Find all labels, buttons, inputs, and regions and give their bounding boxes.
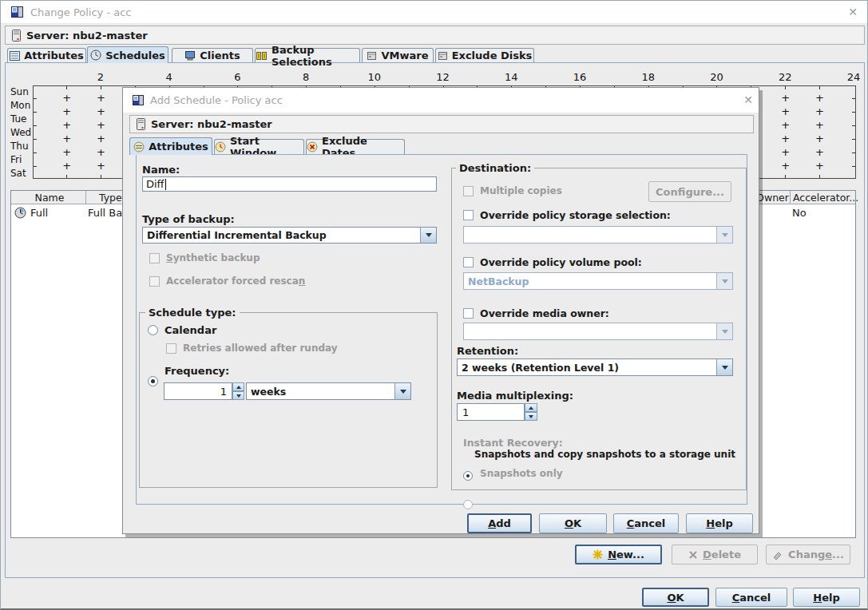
server-bar: Server: nbu2-master — [5, 26, 865, 45]
netbackup-window-icon — [11, 6, 23, 18]
server-icon — [12, 30, 21, 42]
override-owner-combobox[interactable] — [463, 323, 733, 340]
frequency-unit-combobox[interactable]: weeks — [246, 382, 411, 400]
spin-up-icon[interactable] — [232, 382, 244, 391]
tab-label: Exclude Disks — [452, 50, 533, 61]
window-close-icon[interactable]: ✕ — [844, 6, 862, 18]
override-storage-label[interactable]: Override policy storage selection: — [480, 209, 671, 221]
column-divider — [85, 191, 86, 204]
type-of-backup-value[interactable]: Differential Incremental Backup — [143, 228, 420, 243]
snapshots-and-copy-radio[interactable] — [463, 471, 473, 481]
row-accelerator: No — [792, 207, 807, 219]
delete-button-label: Delete — [703, 549, 741, 560]
frequency-radio[interactable] — [148, 376, 158, 386]
media-multiplexing-label: Media multiplexing: — [457, 390, 573, 402]
override-pool-value: NetBackup — [464, 273, 716, 289]
type-of-backup-combobox[interactable]: Differential Incremental Backup — [142, 227, 437, 244]
table-header-owner[interactable]: Owner — [755, 192, 790, 204]
frequency-value-spinner[interactable]: 1 — [164, 382, 232, 400]
synthetic-backup-checkbox[interactable] — [149, 253, 160, 263]
dialog-help-button[interactable]: Help — [686, 513, 753, 533]
schedule-clock-icon — [14, 207, 26, 219]
retries-after-runday-label: Retries allowed after runday — [183, 343, 338, 354]
frequency-spinner-buttons — [232, 382, 244, 400]
new-button[interactable]: New... — [575, 545, 662, 564]
retention-label: Retention: — [457, 345, 518, 357]
exclude-dates-clock-icon — [307, 141, 318, 152]
dialog-tab-start-window[interactable]: Start Window — [214, 139, 304, 154]
dialog-tab-attributes[interactable]: Attributes — [129, 137, 212, 155]
new-button-label: New... — [608, 549, 644, 560]
tab-backup-selections[interactable]: Backup Selections — [255, 48, 360, 62]
window-titlebar[interactable]: Change Policy - acc ✕ — [1, 1, 867, 23]
cancel-button[interactable]: Cancel — [715, 588, 787, 607]
schedules-clock-icon — [90, 50, 101, 61]
ok-button-label: OK — [667, 592, 684, 604]
server-icon — [137, 118, 145, 130]
change-button[interactable]: Change... — [766, 545, 850, 564]
table-header-type[interactable]: Type — [99, 192, 122, 204]
dialog-close-icon[interactable]: ✕ — [741, 93, 755, 106]
change-policy-window: Change Policy - acc ✕ Server: nbu2-maste… — [0, 0, 868, 610]
calendar-radio[interactable] — [148, 325, 158, 335]
tab-vmware[interactable]: VMware — [362, 48, 434, 62]
multiple-copies-checkbox[interactable] — [463, 186, 474, 196]
name-label: Name: — [142, 164, 180, 176]
media-multiplexing-spinner[interactable]: 1 — [457, 403, 525, 421]
tab-label: Attributes — [24, 50, 84, 61]
tab-schedules[interactable]: Schedules — [87, 46, 168, 63]
combo-arrow-icon[interactable] — [394, 383, 410, 399]
table-header-accelerator[interactable]: Accelerator... — [793, 192, 858, 204]
combo-arrow-icon[interactable] — [716, 359, 732, 375]
dialog-titlebar[interactable]: Add Schedule - Policy acc ✕ — [123, 88, 759, 113]
retries-after-runday-checkbox[interactable] — [166, 343, 176, 354]
tab-exclude-disks[interactable]: Exclude Disks — [435, 48, 534, 62]
combo-arrow-icon — [716, 227, 732, 243]
frequency-radio-label[interactable]: Frequency: — [164, 365, 229, 377]
snapshots-and-copy-label[interactable]: Snapshots and copy snapshots to a storag… — [474, 449, 735, 460]
dialog-add-button[interactable]: Add — [467, 513, 532, 533]
synthetic-backup-label: Synthetic backup — [166, 252, 260, 263]
tab-attributes[interactable]: Attributes — [7, 48, 86, 62]
ok-button[interactable]: OK — [642, 588, 709, 607]
tab-clients[interactable]: Clients — [172, 48, 253, 62]
table-header-name[interactable]: Name — [26, 192, 73, 204]
override-storage-combobox[interactable] — [463, 226, 733, 244]
help-button[interactable]: Help — [793, 588, 860, 607]
spin-up-icon[interactable] — [525, 403, 537, 412]
override-pool-checkbox[interactable] — [463, 257, 474, 267]
override-owner-value — [464, 323, 716, 339]
override-owner-checkbox[interactable] — [463, 308, 474, 319]
multiplexing-spinner-buttons — [525, 403, 537, 421]
new-starburst-icon — [593, 549, 603, 560]
tab-label: Clients — [200, 50, 240, 61]
accelerator-forced-rescan-checkbox[interactable] — [149, 276, 160, 287]
override-owner-label[interactable]: Override media owner: — [480, 307, 609, 319]
dialog-tab-exclude-dates[interactable]: Exclude Dates — [306, 139, 405, 154]
combo-arrow-icon — [716, 323, 732, 339]
tab-label: Backup Selections — [271, 44, 359, 68]
frequency-unit-value[interactable]: weeks — [247, 383, 394, 399]
calendar-radio-label[interactable]: Calendar — [164, 324, 216, 336]
cancel-button-label: Cancel — [732, 592, 771, 604]
accelerator-forced-rescan-label: Accelerator forced rescan — [166, 275, 305, 287]
retention-combobox[interactable]: 2 weeks (Retention Level 1) — [457, 358, 733, 376]
snapshots-only-radio[interactable] — [463, 500, 473, 509]
schedule-name-input[interactable]: Diff — [142, 176, 437, 192]
override-pool-label[interactable]: Override policy volume pool: — [480, 256, 642, 268]
exclude-disks-server-icon — [438, 50, 448, 61]
spin-down-icon[interactable] — [525, 412, 537, 421]
tab-label: Attributes — [149, 141, 208, 152]
override-storage-value — [464, 227, 716, 243]
retention-value[interactable]: 2 weeks (Retention Level 1) — [458, 359, 716, 375]
spin-down-icon[interactable] — [232, 391, 244, 400]
override-pool-combobox[interactable]: NetBackup — [463, 272, 733, 290]
column-divider — [790, 191, 791, 204]
override-storage-checkbox[interactable] — [463, 210, 474, 220]
combo-arrow-icon[interactable] — [420, 228, 436, 243]
configure-button[interactable]: Configure... — [648, 181, 731, 202]
dialog-cancel-button[interactable]: Cancel — [613, 513, 679, 533]
delete-button[interactable]: Delete — [672, 545, 758, 564]
destination-group-label: Destination: — [456, 162, 534, 174]
dialog-ok-button[interactable]: OK — [539, 513, 607, 533]
